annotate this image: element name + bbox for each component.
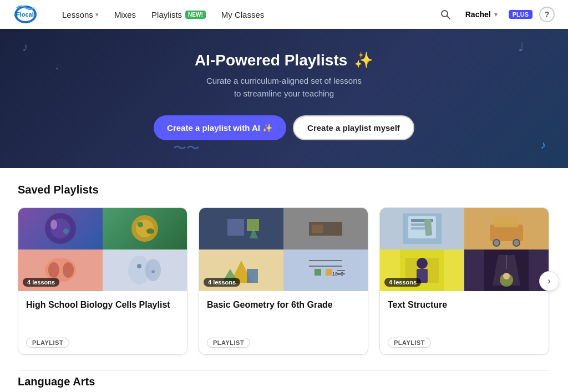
- text-structure-card-tag: PLAYLIST: [388, 338, 431, 348]
- svg-rect-26: [247, 269, 258, 283]
- svg-point-19: [151, 270, 155, 273]
- hero-buttons: Create a playlist with AI ✨ Create a pla…: [11, 115, 557, 140]
- geo-thumb-2: [283, 208, 368, 250]
- saved-playlists-title: Saved Playlists: [18, 184, 550, 196]
- bio-thumb-2: [103, 208, 187, 250]
- biology-card-tag: PLAYLIST: [26, 338, 69, 348]
- user-chevron-icon: ▾: [494, 11, 498, 18]
- logo[interactable]: Flocab: [13, 4, 38, 24]
- bio-thumb-4: [103, 250, 187, 291]
- text-structure-card-title: Text Structure: [388, 299, 541, 311]
- user-menu-button[interactable]: Rachel ▾: [461, 8, 502, 21]
- playlist-card-text-structure: 4 lessons Text Structure PLAYLIST: [379, 207, 549, 355]
- svg-text:Flocab: Flocab: [16, 11, 36, 18]
- biology-card-title: High School Biology Cells Playlist: [26, 299, 179, 311]
- help-button[interactable]: ?: [539, 7, 555, 22]
- squiggle-decoration: 〜〜: [173, 139, 200, 157]
- language-arts-title: Language Arts: [18, 370, 550, 388]
- svg-rect-22: [247, 219, 259, 231]
- chevron-down-icon: ▾: [95, 11, 99, 18]
- chevron-right-icon: ›: [547, 276, 550, 286]
- plus-badge: PLUS: [509, 10, 532, 19]
- text-thumb-1: [380, 208, 464, 250]
- svg-point-42: [493, 240, 500, 246]
- text-thumb-4: [464, 250, 549, 291]
- svg-point-43: [513, 240, 520, 246]
- logo-icon: Flocab: [13, 4, 38, 24]
- svg-rect-31: [326, 269, 332, 276]
- search-icon: [440, 9, 451, 20]
- svg-line-4: [447, 16, 450, 19]
- nav-playlists[interactable]: Playlists NEW!: [145, 7, 212, 23]
- biology-lessons-badge: 4 lessons: [23, 278, 59, 287]
- svg-point-10: [136, 220, 154, 237]
- text-structure-lessons-badge: 4 lessons: [384, 278, 421, 287]
- geo-thumb-1: [199, 208, 283, 250]
- svg-rect-44: [494, 216, 519, 227]
- svg-point-12: [146, 228, 154, 234]
- geometry-card-tag: PLAYLIST: [207, 338, 250, 348]
- create-ai-playlist-button[interactable]: Create a playlist with AI ✨: [154, 115, 286, 140]
- geometry-card-body: Basic Geometry for 6th Grade PLAYLIST: [199, 291, 368, 354]
- nav-right: Rachel ▾ PLUS ?: [437, 6, 555, 23]
- search-button[interactable]: [437, 6, 454, 23]
- svg-rect-20: [227, 219, 244, 236]
- text-structure-card-body: Text Structure PLAYLIST: [380, 291, 549, 354]
- text-thumb-2: [464, 208, 549, 250]
- svg-rect-30: [315, 269, 321, 276]
- geometry-card-title: Basic Geometry for 6th Grade: [207, 299, 360, 311]
- new-badge: NEW!: [185, 11, 206, 19]
- bio-thumb-1: [18, 208, 103, 250]
- create-manual-playlist-button[interactable]: Create a playlist myself: [293, 115, 414, 140]
- hero-subtitle: Curate a curriculum-aligned set of lesso…: [11, 75, 557, 100]
- geo-thumb-4: 18=9: [283, 250, 368, 291]
- nav-lessons[interactable]: Lessons ▾: [55, 7, 105, 23]
- playlist-card-geometry: 18=9 4 lessons Basic Geometry for 6th Gr…: [199, 207, 368, 355]
- nav-links: Lessons ▾ Mixes Playlists NEW! My Classe…: [55, 7, 437, 23]
- svg-point-18: [137, 264, 141, 268]
- nav-mixes[interactable]: Mixes: [108, 7, 143, 23]
- svg-point-11: [138, 222, 143, 227]
- main-content: Saved Playlists: [0, 168, 568, 392]
- hero-title: AI-Powered Playlists ✨: [11, 51, 557, 69]
- nav-my-classes[interactable]: My Classes: [215, 7, 271, 23]
- sparkle-icon: ✨: [354, 51, 373, 69]
- playlist-cards-row: 4 lessons High School Biology Cells Play…: [18, 207, 550, 355]
- navbar: Flocab Lessons ▾ Mixes Playlists NEW! My…: [0, 0, 568, 29]
- next-arrow-button[interactable]: ›: [539, 271, 559, 291]
- svg-point-8: [63, 228, 69, 234]
- geometry-lessons-badge: 4 lessons: [204, 278, 240, 287]
- svg-point-7: [50, 220, 57, 230]
- music-note-4: ♪: [540, 139, 546, 151]
- biology-card-body: High School Biology Cells Playlist PLAYL…: [18, 291, 187, 354]
- playlist-card-biology: 4 lessons High School Biology Cells Play…: [18, 207, 187, 355]
- svg-rect-24: [312, 225, 323, 233]
- svg-point-14: [48, 262, 59, 278]
- svg-point-15: [63, 262, 74, 278]
- hero-section: ♪ ♩ ♩ ♪ 〜〜 AI-Powered Playlists ✨ Curate…: [0, 29, 568, 168]
- svg-point-47: [417, 258, 428, 269]
